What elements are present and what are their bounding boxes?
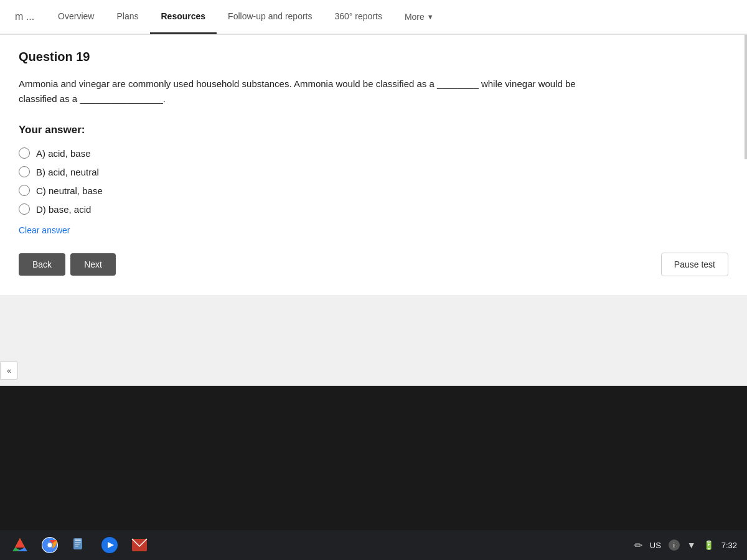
svg-marker-4: [15, 538, 25, 548]
option-d-label: D) base, acid: [36, 204, 91, 215]
back-button[interactable]: Back: [19, 253, 65, 276]
svg-marker-3: [17, 548, 27, 551]
taskbar-files-icon[interactable]: [70, 535, 90, 555]
content-panel: Question 19 Ammonia and vinegar are comm…: [0, 35, 747, 295]
svg-rect-13: [75, 544, 80, 545]
nav-links: Overview Plans Resources Follow-up and r…: [47, 0, 445, 34]
nav-overview[interactable]: Overview: [47, 0, 105, 34]
svg-rect-11: [75, 539, 81, 541]
taskbar-media-icon[interactable]: [100, 535, 120, 555]
left-buttons: Back Next: [19, 253, 116, 276]
nav-resources[interactable]: Resources: [150, 0, 217, 34]
pause-test-button[interactable]: Pause test: [661, 253, 728, 276]
svg-rect-14: [75, 546, 78, 547]
taskbar-edit-icon[interactable]: ✏: [634, 539, 642, 551]
taskbar: ✏ US i ▼ 🔋 7:32: [0, 530, 747, 560]
taskbar-status-area: ✏ US i ▼ 🔋 7:32: [634, 539, 737, 551]
top-navigation: m ... Overview Plans Resources Follow-up…: [0, 0, 747, 35]
taskbar-drive-icon[interactable]: [10, 535, 30, 555]
taskbar-chrome-icon[interactable]: [40, 535, 60, 555]
radio-d[interactable]: [19, 203, 30, 215]
option-a[interactable]: A) acid, base: [19, 147, 728, 159]
nav-more[interactable]: More ▼: [393, 0, 445, 34]
next-button[interactable]: Next: [70, 253, 116, 276]
taskbar-info-icon[interactable]: i: [669, 539, 680, 551]
app-logo: m ...: [15, 11, 47, 22]
buttons-row: Back Next Pause test: [19, 253, 728, 276]
taskbar-wifi-icon: ▼: [687, 540, 696, 550]
question-title: Question 19: [19, 50, 728, 64]
taskbar-email-icon[interactable]: [129, 535, 149, 555]
nav-360reports[interactable]: 360° reports: [324, 0, 393, 34]
option-a-label: A) acid, base: [36, 148, 91, 159]
clear-answer-button[interactable]: Clear answer: [19, 225, 70, 235]
nav-plans[interactable]: Plans: [105, 0, 149, 34]
nav-followup[interactable]: Follow-up and reports: [217, 0, 323, 34]
answer-options: A) acid, base B) acid, neutral C) neutra…: [19, 147, 728, 215]
taskbar-battery-icon: 🔋: [703, 540, 714, 550]
taskbar-time: 7:32: [721, 541, 737, 550]
radio-c[interactable]: [19, 185, 30, 196]
option-c-label: C) neutral, base: [36, 185, 103, 196]
radio-b[interactable]: [19, 166, 30, 177]
taskbar-locale: US: [650, 541, 661, 550]
sidebar-collapse-button[interactable]: «: [0, 362, 18, 380]
more-label: More: [405, 12, 425, 22]
your-answer-label: Your answer:: [19, 124, 728, 136]
dark-background: [0, 386, 747, 530]
svg-point-9: [48, 543, 52, 548]
option-d[interactable]: D) base, acid: [19, 203, 728, 215]
taskbar-app-icons: [10, 535, 149, 555]
option-b-label: B) acid, neutral: [36, 167, 99, 177]
option-c[interactable]: C) neutral, base: [19, 185, 728, 196]
svg-rect-12: [75, 542, 81, 543]
chevron-down-icon: ▼: [427, 13, 434, 21]
right-sidebar-handle: [745, 35, 747, 159]
option-b[interactable]: B) acid, neutral: [19, 166, 728, 177]
radio-a[interactable]: [19, 147, 30, 159]
question-text: Ammonia and vinegar are commonly used ho…: [19, 77, 728, 106]
